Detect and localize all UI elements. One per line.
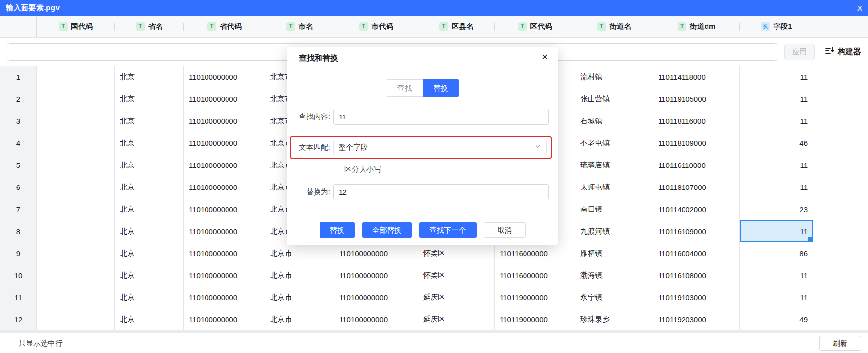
replace-input[interactable] [333,184,549,200]
replace-all-button[interactable]: 全部替换 [362,222,412,238]
row-number-cell[interactable]: 6 [0,176,37,198]
table-cell[interactable]: 49 [740,308,813,330]
table-cell[interactable]: 110100000000 [184,220,265,242]
cancel-button[interactable]: 取消 [484,222,526,238]
column-header-省名[interactable]: T省名 [115,16,184,37]
table-cell[interactable]: 110100000000 [184,88,265,110]
table-cell[interactable]: 110116000000 [495,242,575,264]
table-cell[interactable]: 110114002000 [653,198,740,220]
table-cell[interactable]: 110118109000 [653,132,740,154]
table-cell[interactable]: 23 [740,198,813,220]
table-cell[interactable]: 九渡河镇 [575,220,653,242]
table-cell[interactable]: 110116108000 [653,264,740,286]
table-cell[interactable]: 11 [740,66,813,88]
table-cell[interactable]: 11 [740,110,813,132]
table-cell[interactable]: 雁栖镇 [575,242,653,264]
table-cell[interactable]: 11 [740,176,813,198]
table-cell[interactable]: 北京 [115,66,184,88]
table-cell[interactable]: 110100000000 [334,286,418,308]
table-cell[interactable]: 永宁镇 [575,286,653,308]
table-cell[interactable]: 110100000000 [184,308,265,330]
table-cell[interactable]: 46 [740,132,813,154]
table-cell[interactable]: 110116110000 [653,154,740,176]
table-cell[interactable]: 110100000000 [184,66,265,88]
builder-button[interactable]: 构建器 [824,46,861,58]
table-cell[interactable]: 珍珠泉乡 [575,308,653,330]
row-number-cell[interactable]: 2 [0,88,37,110]
table-cell[interactable] [37,308,115,330]
row-number-cell[interactable]: 10 [0,264,37,286]
find-input[interactable] [333,109,549,125]
dialog-close-icon[interactable]: ✕ [542,52,548,62]
table-cell[interactable]: 110100000000 [334,308,418,330]
table-cell[interactable]: 110116004000 [653,242,740,264]
replace-button[interactable]: 替换 [320,222,355,238]
table-cell[interactable] [37,176,115,198]
table-cell[interactable]: 不老屯镇 [575,132,653,154]
table-cell[interactable]: 110119000000 [495,286,575,308]
table-cell[interactable]: 北京 [115,132,184,154]
row-number-cell[interactable]: 3 [0,110,37,132]
table-cell[interactable]: 11 [740,286,813,308]
table-cell[interactable]: 110100000000 [184,132,265,154]
window-close-icon[interactable]: X [857,4,862,12]
table-cell[interactable]: 110116109000 [653,220,740,242]
row-number-cell[interactable]: 7 [0,198,37,220]
table-cell[interactable]: 北京市 [265,242,334,264]
table-cell[interactable]: 110100000000 [334,264,418,286]
table-cell[interactable]: 北京 [115,154,184,176]
table-cell[interactable] [37,132,115,154]
table-cell[interactable]: 北京 [115,88,184,110]
table-cell[interactable]: 延庆区 [418,286,495,308]
table-cell[interactable]: 110119000000 [495,308,575,330]
table-cell[interactable] [37,88,115,110]
table-cell[interactable]: 北京市 [265,264,334,286]
table-cell[interactable]: 110118107000 [653,176,740,198]
table-cell[interactable]: 110100000000 [184,154,265,176]
table-cell[interactable] [37,286,115,308]
apply-filter-button[interactable]: 应用 [784,44,815,60]
table-cell[interactable]: 110100000000 [184,242,265,264]
table-cell[interactable] [37,242,115,264]
table-cell[interactable]: 110100000000 [184,176,265,198]
table-cell[interactable]: 110119105000 [653,88,740,110]
table-cell[interactable]: 110100000000 [184,264,265,286]
table-cell[interactable]: 110119103000 [653,286,740,308]
table-cell[interactable]: 太师屯镇 [575,176,653,198]
table-cell[interactable]: 11 [740,154,813,176]
table-cell[interactable]: 110114118000 [653,66,740,88]
table-cell[interactable]: 110116000000 [495,264,575,286]
row-number-cell[interactable]: 12 [0,308,37,330]
table-cell[interactable] [37,154,115,176]
find-next-button[interactable]: 查找下一个 [419,222,477,238]
table-cell[interactable] [37,220,115,242]
table-cell[interactable]: 北京 [115,176,184,198]
column-header-市代码[interactable]: T市代码 [334,16,418,37]
case-sensitive-checkbox[interactable] [333,166,340,173]
row-number-cell[interactable]: 4 [0,132,37,154]
column-header-字段1[interactable]: 长字段1 [740,16,813,37]
table-cell[interactable]: 110118116000 [653,110,740,132]
column-header-区县名[interactable]: T区县名 [418,16,495,37]
column-header-区代码[interactable]: T区代码 [495,16,575,37]
table-cell[interactable]: 北京 [115,110,184,132]
table-cell[interactable]: 怀柔区 [418,264,495,286]
table-cell[interactable] [37,110,115,132]
show-selected-checkbox[interactable] [7,340,14,347]
table-cell[interactable]: 北京市 [265,286,334,308]
tab-find[interactable]: 查找 [387,79,423,97]
table-cell[interactable]: 110100000000 [184,286,265,308]
table-cell[interactable]: 110119203000 [653,308,740,330]
table-cell[interactable]: 110100000000 [184,110,265,132]
tab-replace[interactable]: 替换 [423,79,459,97]
table-cell[interactable]: 北京 [115,242,184,264]
column-header-国代码[interactable]: T国代码 [37,16,115,37]
table-cell[interactable]: 11 [740,264,813,286]
table-cell[interactable]: 琉璃庙镇 [575,154,653,176]
table-cell[interactable]: 张山营镇 [575,88,653,110]
table-cell[interactable] [37,198,115,220]
table-cell[interactable]: 南口镇 [575,198,653,220]
table-cell[interactable]: 北京 [115,308,184,330]
table-cell[interactable]: 怀柔区 [418,242,495,264]
table-cell[interactable]: 11 [740,88,813,110]
